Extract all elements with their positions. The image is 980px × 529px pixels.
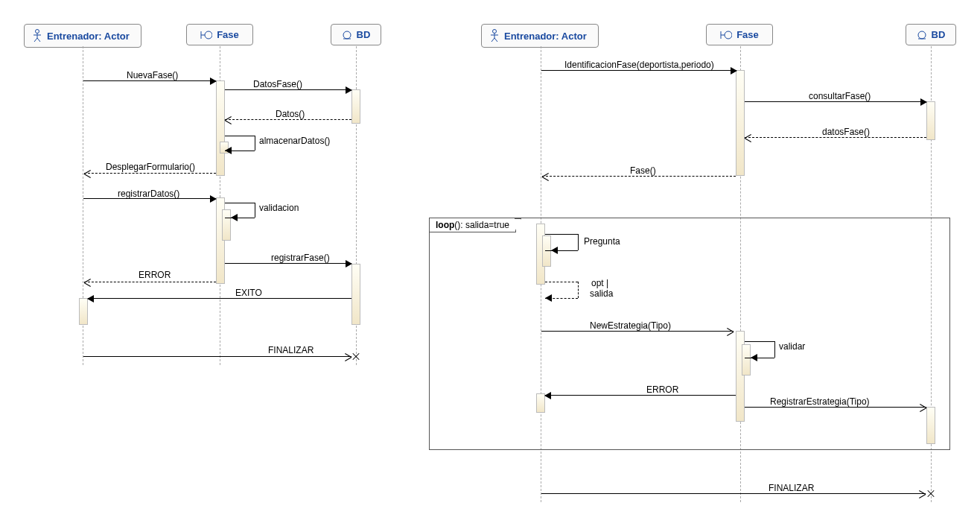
msg-label: Fase() bbox=[630, 165, 656, 176]
msg-arrow bbox=[541, 331, 734, 332]
msg-label: DatosFase() bbox=[253, 79, 302, 89]
msg-label: salida bbox=[590, 288, 613, 299]
entity-icon bbox=[342, 30, 352, 40]
right-bd-label: BD bbox=[932, 29, 946, 40]
msg-label: Datos() bbox=[276, 109, 305, 119]
left-entity-bd: BD bbox=[331, 24, 381, 45]
fragment-loop: loop(): salida=true bbox=[429, 218, 950, 450]
activation-bar bbox=[216, 80, 225, 176]
msg-label: ERROR bbox=[646, 384, 678, 395]
msg-arrow bbox=[542, 176, 736, 177]
right-fase-label: Fase bbox=[736, 29, 759, 40]
msg-label: consultarFase() bbox=[809, 91, 871, 101]
left-actor-label: Entrenador: Actor bbox=[47, 31, 130, 42]
msg-arrow bbox=[225, 89, 351, 90]
msg-arrow bbox=[83, 356, 351, 357]
fragment-guard: (): salida=true bbox=[454, 220, 509, 230]
self-message bbox=[545, 282, 578, 298]
msg-label: IdentificacionFase(deportista,periodo) bbox=[564, 60, 714, 70]
destroy-cross bbox=[926, 489, 935, 498]
right-boundary-fase: Fase bbox=[706, 24, 773, 45]
svg-point-0 bbox=[36, 30, 39, 34]
msg-arrow bbox=[225, 263, 351, 264]
activation-bar bbox=[351, 264, 360, 325]
svg-line-13 bbox=[491, 38, 494, 42]
entity-icon bbox=[917, 30, 927, 40]
msg-arrow bbox=[745, 137, 926, 138]
svg-line-14 bbox=[494, 38, 497, 42]
msg-arrow bbox=[84, 173, 216, 174]
msg-label: datosFase() bbox=[822, 127, 870, 137]
left-bd-label: BD bbox=[357, 29, 371, 40]
activation-bar bbox=[926, 101, 935, 140]
left-actor-entrenador: Entrenador: Actor bbox=[24, 24, 141, 48]
diagram-canvas: Entrenador: Actor Fase BD NuevaFase() Da… bbox=[0, 0, 980, 529]
msg-arrow bbox=[83, 80, 216, 81]
msg-label: FINALIZAR bbox=[769, 483, 814, 493]
msg-label: registrarDatos() bbox=[118, 189, 179, 199]
self-message bbox=[225, 136, 255, 151]
msg-label: ERROR bbox=[139, 270, 171, 280]
msg-label: FINALIZAR bbox=[268, 345, 314, 355]
svg-point-8 bbox=[343, 31, 351, 39]
msg-label: NuevaFase() bbox=[127, 70, 178, 80]
destroy-cross bbox=[351, 352, 360, 361]
svg-point-7 bbox=[205, 31, 212, 39]
left-fase-label: Fase bbox=[217, 29, 239, 40]
msg-label: registrarFase() bbox=[271, 253, 330, 263]
msg-arrow bbox=[88, 298, 351, 299]
boundary-icon bbox=[200, 30, 212, 40]
msg-label: validacion bbox=[259, 203, 299, 213]
self-message bbox=[545, 234, 578, 250]
svg-point-17 bbox=[725, 31, 732, 39]
msg-label: validar bbox=[779, 341, 805, 352]
fragment-keyword: loop bbox=[436, 220, 454, 230]
actor-icon bbox=[489, 29, 500, 42]
activation-bar bbox=[736, 70, 745, 176]
activation-bar bbox=[351, 89, 360, 124]
msg-arrow bbox=[541, 493, 926, 494]
boundary-icon bbox=[720, 30, 732, 40]
right-actor-label: Entrenador: Actor bbox=[504, 31, 587, 42]
svg-point-18 bbox=[918, 31, 926, 39]
fragment-tag: loop(): salida=true bbox=[429, 218, 516, 232]
msg-label: RegistrarEstrategia(Tipo) bbox=[770, 396, 870, 407]
svg-line-3 bbox=[34, 38, 37, 42]
msg-arrow bbox=[745, 407, 926, 408]
msg-arrow bbox=[84, 282, 216, 282]
msg-arrow bbox=[745, 101, 926, 102]
left-boundary-fase: Fase bbox=[186, 24, 253, 45]
msg-arrow bbox=[225, 119, 351, 120]
right-entity-bd: BD bbox=[906, 24, 956, 45]
self-message bbox=[745, 341, 774, 358]
msg-label: NewEstrategia(Tipo) bbox=[590, 320, 671, 331]
msg-label: DesplegarFormulario() bbox=[106, 162, 195, 172]
self-message bbox=[225, 203, 255, 218]
svg-line-4 bbox=[37, 38, 40, 42]
msg-arrow bbox=[545, 395, 736, 396]
msg-label: EXITO bbox=[235, 288, 262, 298]
msg-label: Pregunta bbox=[584, 236, 620, 247]
msg-arrow bbox=[541, 70, 736, 71]
actor-icon bbox=[32, 29, 42, 42]
msg-label: opt | bbox=[591, 278, 608, 288]
right-actor-entrenador: Entrenador: Actor bbox=[481, 24, 599, 48]
msg-label: almacenarDatos() bbox=[259, 136, 330, 146]
svg-point-10 bbox=[493, 30, 497, 34]
